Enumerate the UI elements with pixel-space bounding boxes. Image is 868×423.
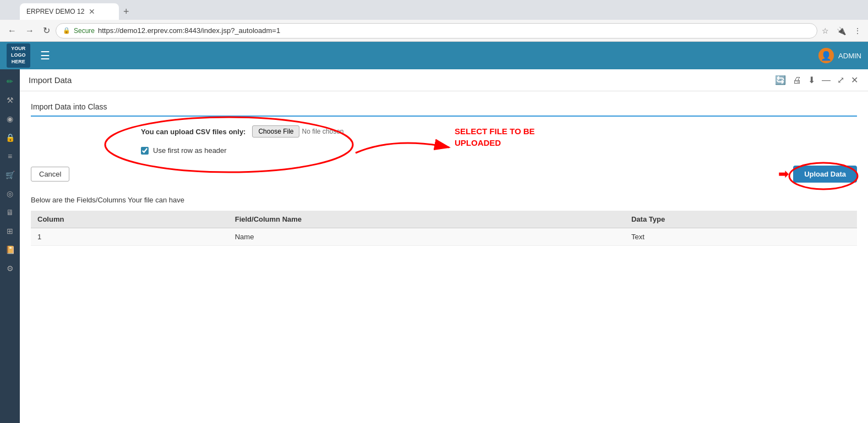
tab-close-icon[interactable]: ✕	[89, 7, 95, 16]
app-header: YOUR LOGO HERE ☰ 👤 ADMIN	[0, 42, 868, 69]
cancel-button[interactable]: Cancel	[31, 167, 69, 182]
back-button[interactable]: ←	[4, 24, 20, 38]
new-tab-button[interactable]: +	[119, 6, 134, 18]
csv-label: You can upload CSV files only:	[141, 128, 245, 136]
admin-area: 👤 ADMIN	[818, 48, 861, 63]
admin-label: ADMIN	[838, 52, 861, 60]
cell-col-1: 1	[31, 228, 228, 246]
sidebar-item-list[interactable]: ≡	[2, 149, 18, 164]
sidebar-item-security[interactable]: 🔒	[2, 130, 18, 145]
page-title: Import Data	[29, 75, 72, 85]
tab-title: ERPREV DEMO 12	[26, 8, 84, 15]
column-header-type: Data Type	[625, 211, 857, 228]
column-header-field: Field/Column Name	[228, 211, 625, 228]
minimize-action[interactable]: —	[821, 74, 832, 86]
hamburger-button[interactable]: ☰	[36, 47, 54, 64]
sidebar-item-stack[interactable]: ⊞	[2, 223, 18, 239]
sidebar-item-settings[interactable]: ⚒	[2, 92, 18, 108]
section-title: Import Data into Class	[31, 102, 857, 117]
cell-field-name: Name	[228, 228, 625, 246]
main-content: Import Data 🔄 🖨 ⬇ — ⤢ ✕ Import Data into…	[20, 69, 868, 423]
print-action[interactable]: 🖨	[791, 74, 803, 86]
upload-data-button[interactable]: Upload Data	[793, 166, 857, 183]
page-header: Import Data 🔄 🖨 ⬇ — ⤢ ✕	[20, 69, 868, 91]
browser-tab[interactable]: ERPREV DEMO 12 ✕	[20, 3, 119, 20]
reload-button[interactable]: ↻	[40, 23, 53, 38]
table-row: 1 Name Text	[31, 228, 857, 246]
admin-avatar: 👤	[818, 48, 834, 63]
first-row-header-label: Use first row as header	[153, 146, 227, 155]
url-text: https://demo12.erprev.com:8443/index.jsp…	[98, 26, 280, 35]
sidebar-item-monitor[interactable]: 🖥	[2, 205, 18, 220]
bookmark-icon[interactable]: ☆	[820, 25, 831, 36]
below-text: Below are the Fields/Columns Your file c…	[31, 196, 857, 204]
sidebar-item-dashboard[interactable]: ◉	[2, 111, 18, 127]
columns-table: Column Field/Column Name Data Type 1 Nam…	[31, 211, 857, 246]
extensions-icon[interactable]: 🔌	[834, 25, 848, 36]
cell-type-text: Text	[625, 228, 857, 246]
sidebar-item-book[interactable]: 📔	[2, 242, 18, 257]
forward-button[interactable]: →	[22, 24, 37, 38]
secure-icon: 🔒	[63, 27, 70, 34]
sidebar-item-circle[interactable]: ◎	[2, 186, 18, 201]
menu-icon[interactable]: ⋮	[851, 25, 864, 36]
sidebar-item-gear[interactable]: ⚙	[2, 261, 18, 276]
download-action[interactable]: ⬇	[807, 74, 816, 86]
first-row-header-checkbox[interactable]	[141, 147, 149, 155]
file-input-wrapper: Choose File No file chosen	[252, 125, 343, 138]
logo: YOUR LOGO HERE	[7, 43, 30, 67]
secure-label: Secure	[74, 27, 95, 35]
sidebar-item-edit[interactable]: ✏	[2, 74, 18, 89]
column-header-col: Column	[31, 211, 228, 228]
no-file-label: No file chosen	[302, 128, 343, 135]
refresh-action[interactable]: 🔄	[774, 74, 787, 86]
expand-action[interactable]: ⤢	[836, 74, 845, 86]
buttons-row: Cancel ➡ Upload Data	[31, 166, 857, 183]
choose-file-button[interactable]: Choose File	[252, 125, 299, 138]
sidebar: ✏ ⚒ ◉ 🔒 ≡ 🛒 ◎ 🖥 ⊞ 📔 ⚙	[0, 69, 20, 423]
close-action[interactable]: ✕	[850, 74, 859, 86]
address-bar[interactable]: 🔒 Secure https://demo12.erprev.com:8443/…	[56, 23, 817, 39]
sidebar-item-cart[interactable]: 🛒	[2, 167, 18, 183]
